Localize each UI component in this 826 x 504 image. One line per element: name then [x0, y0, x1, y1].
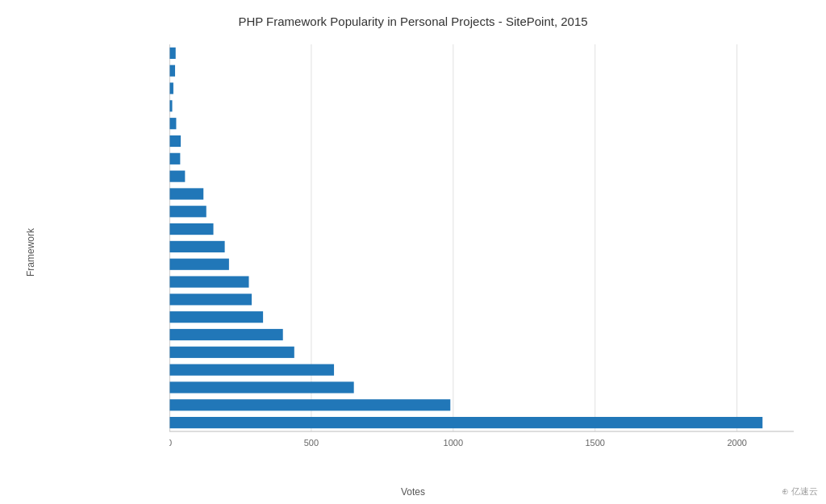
svg-rect-25	[169, 311, 263, 323]
svg-rect-14	[169, 118, 176, 129]
svg-rect-30	[169, 399, 450, 410]
svg-rect-18	[169, 188, 203, 199]
svg-rect-16	[169, 153, 180, 165]
svg-rect-11	[169, 65, 175, 77]
svg-rect-29	[169, 381, 354, 393]
svg-rect-24	[169, 294, 252, 305]
svg-text:1500: 1500	[585, 438, 604, 448]
svg-rect-22	[169, 259, 229, 270]
svg-rect-13	[169, 100, 173, 111]
chart-title: PHP Framework Popularity in Personal Pro…	[0, 0, 826, 28]
svg-rect-19	[169, 206, 206, 217]
chart-container: PHP Framework Popularity in Personal Pro…	[0, 0, 826, 504]
svg-text:1000: 1000	[444, 438, 463, 448]
svg-rect-10	[169, 48, 176, 59]
svg-rect-12	[169, 82, 173, 94]
svg-text:500: 500	[304, 438, 319, 448]
svg-rect-31	[169, 417, 762, 428]
svg-text:2000: 2000	[727, 438, 746, 448]
svg-rect-23	[169, 276, 249, 287]
svg-rect-15	[169, 135, 181, 147]
svg-rect-21	[169, 241, 225, 252]
svg-rect-28	[169, 364, 334, 376]
svg-text:0: 0	[169, 438, 172, 448]
svg-rect-26	[169, 329, 283, 340]
y-axis-label: Framework	[25, 227, 36, 276]
watermark: ⊕ 亿速云	[782, 485, 818, 498]
svg-rect-27	[169, 347, 294, 358]
svg-rect-20	[169, 223, 214, 235]
svg-rect-17	[169, 171, 185, 182]
x-axis-label: Votes	[401, 486, 425, 498]
chart-svg: 0500100015002000We use a CMS for everyth…	[169, 40, 802, 456]
chart-area: 0500100015002000We use a CMS for everyth…	[169, 40, 802, 456]
